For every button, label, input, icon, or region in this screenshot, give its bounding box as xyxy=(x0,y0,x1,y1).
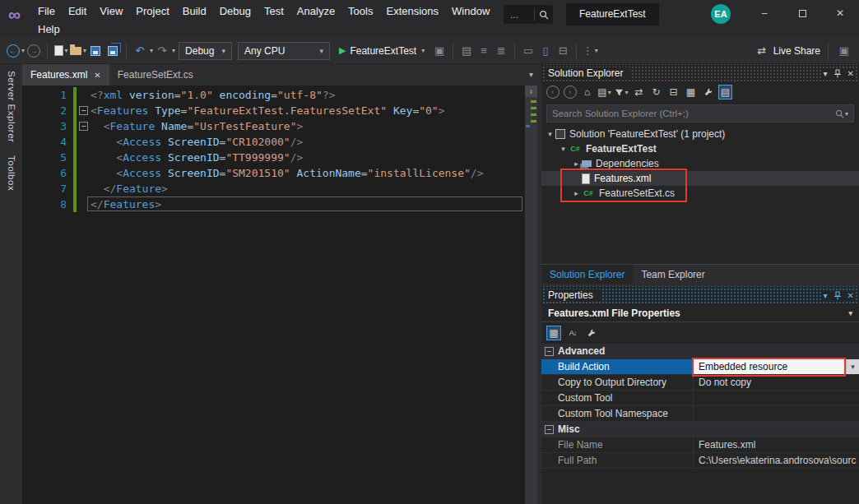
expander-icon[interactable]: ▾ xyxy=(558,145,569,153)
tree-item-features-xml[interactable]: Features.xml xyxy=(541,171,859,186)
code-line-3[interactable]: 3− <Feature Name="UsrTestFeature"> xyxy=(22,118,537,134)
property-row-full-path[interactable]: Full PathC:\Users\ekaterina.androsova\so… xyxy=(541,453,859,469)
dropdown-icon[interactable]: ▾ xyxy=(846,359,859,374)
property-row-build-action[interactable]: Build ActionEmbedded resource▾ xyxy=(541,359,859,375)
menu-extensions[interactable]: Extensions xyxy=(379,3,445,19)
solution-explorer-title-bar[interactable]: Solution Explorer ▾ ✕ xyxy=(541,64,859,82)
collapse-icon[interactable]: − xyxy=(545,347,554,356)
property-row-copy-to-output-directory[interactable]: Copy to Output DirectoryDo not copy xyxy=(541,375,859,391)
property-row-file-name[interactable]: File NameFeatures.xml xyxy=(541,437,859,453)
property-row-custom-tool[interactable]: Custom Tool xyxy=(541,391,859,406)
tree-item-featuresetext-cs[interactable]: ▸C#FeatureSetExt.cs xyxy=(541,186,859,201)
pin-icon[interactable] xyxy=(833,69,842,78)
toolbox-tab[interactable]: Toolbox xyxy=(7,155,16,191)
code-line-2[interactable]: 2−<Features Type="FeatureExtTest.Feature… xyxy=(22,103,537,118)
forward-icon[interactable]: › xyxy=(563,85,577,99)
expander-icon[interactable]: ▸ xyxy=(571,189,582,197)
menu-help[interactable]: Help xyxy=(31,21,67,37)
code-line-7[interactable]: 7 </Feature> xyxy=(22,181,537,197)
property-pages-wrench-icon[interactable] xyxy=(584,326,599,340)
editor-tab-featuresetext-cs[interactable]: FeatureSetExt.cs xyxy=(109,64,202,86)
home-icon[interactable]: ⌂ xyxy=(580,85,594,99)
pin-icon[interactable] xyxy=(833,291,842,300)
collapse-all-icon[interactable]: ⊟ xyxy=(666,85,680,99)
feedback-icon[interactable]: ▣ xyxy=(836,42,852,60)
navigate-backward-button[interactable]: ←▾ xyxy=(7,42,25,60)
comment-icon[interactable]: ▭ xyxy=(520,42,536,60)
menu-project[interactable]: Project xyxy=(129,3,175,19)
editor-tab-features-xml[interactable]: Features.xml✕ xyxy=(22,64,109,86)
alphabetical-sort-icon[interactable]: A↓ xyxy=(565,326,580,340)
properties-wrench-icon[interactable] xyxy=(701,85,715,99)
tree-item-featureexttest[interactable]: ▾C#FeatureExtTest xyxy=(541,141,859,156)
expander-icon[interactable]: ▸ xyxy=(571,160,582,168)
window-position-icon[interactable]: ▾ xyxy=(824,291,828,300)
menu-debug[interactable]: Debug xyxy=(213,3,258,19)
chevron-down-icon[interactable]: ▾ xyxy=(172,47,175,54)
preview-selected-items-icon[interactable]: ▤ xyxy=(718,85,732,99)
menu-test[interactable]: Test xyxy=(258,3,290,19)
property-value[interactable]: Embedded resource▾ xyxy=(694,359,859,374)
find-in-files-icon[interactable]: ▤ xyxy=(458,42,475,60)
save-all-button[interactable] xyxy=(104,42,121,60)
property-category-misc[interactable]: −Misc xyxy=(541,422,859,437)
editor-vertical-scrollbar[interactable]: ⇕ xyxy=(525,86,537,504)
document-list-dropdown-icon[interactable]: ▾ xyxy=(529,70,533,79)
live-share-label[interactable]: Live Share xyxy=(773,45,820,57)
open-file-button[interactable]: ▾ xyxy=(70,42,86,60)
server-explorer-tab[interactable]: Server Explorer xyxy=(7,71,16,142)
close-icon[interactable]: ✕ xyxy=(847,291,854,300)
start-debugging-button[interactable]: ▶FeatureExtTest▾ xyxy=(333,45,430,57)
code-editor[interactable]: 1<?xml version="1.0" encoding="utf-8"?>2… xyxy=(22,86,537,504)
solution-platforms-dropdown[interactable]: Any CPU▾ xyxy=(238,42,330,60)
properties-title-bar[interactable]: Properties ▾ ✕ xyxy=(541,286,859,304)
window-position-icon[interactable]: ▾ xyxy=(824,69,828,78)
switch-views-icon[interactable]: ▤▾ xyxy=(597,85,611,99)
save-button[interactable] xyxy=(87,42,104,60)
account-badge[interactable]: EA xyxy=(711,4,731,24)
menu-view[interactable]: View xyxy=(93,3,129,19)
quick-launch-search[interactable]: ... xyxy=(504,5,553,24)
close-tab-icon[interactable]: ✕ xyxy=(94,71,100,80)
hot-reload-icon[interactable]: ▣ xyxy=(431,42,448,60)
tree-item-dependencies[interactable]: ▸Dependencies xyxy=(541,156,859,171)
close-icon[interactable]: ✕ xyxy=(847,69,854,78)
code-line-5[interactable]: 5 <Access ScreenID="TT999999"/> xyxy=(22,150,537,165)
show-all-files-icon[interactable]: ▦ xyxy=(684,85,698,99)
bottom-tab-team-explorer[interactable]: Team Explorer xyxy=(633,265,713,284)
chevron-down-icon[interactable]: ▾ xyxy=(845,110,848,118)
sync-with-active-document-icon[interactable]: ⇄ xyxy=(632,85,646,99)
new-project-button[interactable]: ▾ xyxy=(53,42,69,60)
collapse-region-icon[interactable]: − xyxy=(79,122,88,131)
code-line-1[interactable]: 1<?xml version="1.0" encoding="utf-8"?> xyxy=(22,87,537,103)
property-row-custom-tool-namespace[interactable]: Custom Tool Namespace xyxy=(541,406,859,422)
navigate-forward-button[interactable]: → xyxy=(26,42,42,60)
refresh-icon[interactable]: ↻ xyxy=(649,85,663,99)
maximize-button[interactable] xyxy=(783,0,821,26)
outdent-icon[interactable]: ≣ xyxy=(493,42,509,60)
solution-configurations-dropdown[interactable]: Debug▾ xyxy=(179,42,232,60)
bottom-tab-solution-explorer[interactable]: Solution Explorer xyxy=(541,265,633,284)
indent-icon[interactable]: ≡ xyxy=(476,42,492,60)
menu-file[interactable]: File xyxy=(31,3,62,19)
collapse-icon[interactable]: − xyxy=(545,425,554,434)
toolbar-options-icon[interactable]: ⋮▾ xyxy=(582,42,598,60)
solution-explorer-search[interactable]: Search Solution Explorer (Ctrl+;) ▾ xyxy=(546,104,854,123)
bookmark-icon[interactable]: ⊟ xyxy=(555,42,571,60)
close-button[interactable]: ✕ xyxy=(821,0,859,26)
menu-analyze[interactable]: Analyze xyxy=(290,3,341,19)
back-icon[interactable]: ‹ xyxy=(546,85,560,99)
collapse-region-icon[interactable]: − xyxy=(79,106,88,115)
pending-changes-filter-icon[interactable]: ▾ xyxy=(615,85,629,99)
code-line-6[interactable]: 6 <Access ScreenID="SM201510" ActionName… xyxy=(22,165,537,181)
minimize-button[interactable]: – xyxy=(745,0,783,26)
menu-tools[interactable]: Tools xyxy=(341,3,379,19)
code-line-4[interactable]: 4 <Access ScreenID="CR102000"/> xyxy=(22,134,537,150)
search-icon[interactable] xyxy=(535,10,553,20)
redo-button[interactable]: ↷ xyxy=(154,42,170,60)
code-line-8[interactable]: 8</Features> xyxy=(22,197,537,212)
menu-build[interactable]: Build xyxy=(176,3,213,19)
undo-button[interactable]: ↶ xyxy=(132,42,148,60)
menu-window[interactable]: Window xyxy=(445,3,496,19)
object-selector-dropdown[interactable]: Features.xml File Properties ▾ xyxy=(541,304,859,322)
